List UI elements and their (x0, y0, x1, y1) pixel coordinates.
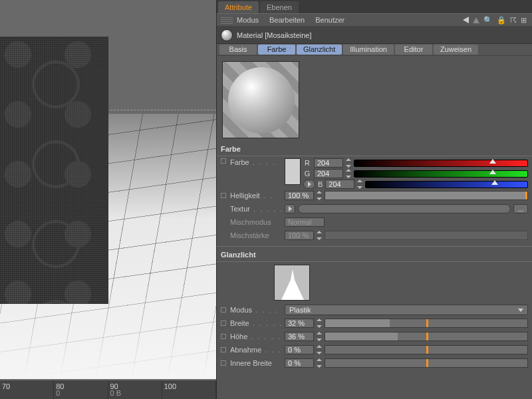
drag-handle-icon[interactable] (221, 16, 233, 24)
label-g: G (303, 170, 311, 178)
ctab-farbe[interactable]: Farbe (258, 45, 295, 55)
material-name[interactable]: Material [Mosaiksteine] (237, 31, 312, 39)
stepper-hoehe[interactable] (317, 332, 322, 341)
nav-up-icon[interactable] (473, 17, 479, 23)
value-mischmodus: Normal (285, 217, 325, 227)
input-abnahme[interactable]: 0 % (285, 345, 314, 354)
material-preview[interactable] (222, 61, 299, 138)
menu-bearbeiten[interactable]: Bearbeiten (269, 16, 305, 24)
stepper-helligkeit[interactable] (317, 191, 322, 200)
color-link-icon[interactable] (303, 180, 315, 189)
viewport-3d[interactable]: 70 800 900 B 100 (0, 0, 216, 399)
anim-dot[interactable] (221, 193, 226, 198)
history-back-icon[interactable] (463, 17, 469, 23)
label-hoehe: Höhe . . . . . . (230, 332, 282, 340)
tab-ebenen[interactable]: Ebenen (260, 1, 299, 13)
anim-dot[interactable] (221, 360, 226, 366)
anim-dot[interactable] (221, 347, 226, 352)
slider-r[interactable] (354, 160, 528, 167)
ruler-sub: 0 (56, 389, 60, 397)
texture-field[interactable] (298, 204, 511, 213)
input-hoehe[interactable]: 36 % (285, 332, 314, 341)
menu-benutzer[interactable]: Benutzer (315, 16, 344, 24)
label-modus: Modus . . . . (230, 306, 282, 314)
stepper-abnahme[interactable] (317, 345, 322, 354)
stepper-b[interactable] (357, 180, 362, 189)
color-swatch[interactable] (285, 158, 301, 185)
ctab-zuweisen[interactable]: Zuweisen (434, 45, 478, 55)
label-b: B (318, 180, 323, 188)
chevron-down-icon (518, 309, 523, 312)
select-modus[interactable]: Plastik (285, 305, 528, 315)
slider-hoehe[interactable] (325, 332, 528, 341)
stepper-mischstaerke (317, 231, 322, 240)
texture-picker-icon[interactable] (285, 204, 295, 213)
anim-dot[interactable] (221, 307, 226, 313)
section-farbe-title: Farbe (217, 144, 532, 156)
search-icon[interactable]: 🔍 (483, 16, 493, 25)
panel-tabs: Attribute Ebenen (217, 0, 532, 13)
attribute-panel: Attribute Ebenen Modus Bearbeiten Benutz… (216, 0, 532, 399)
texture-browse-button[interactable]: ... (513, 204, 528, 213)
label-mischstaerke: Mischstärke (230, 231, 282, 239)
stepper-innere-breite[interactable] (317, 358, 322, 368)
label-helligkeit: Helligkeit . . (230, 192, 282, 200)
stepper-g[interactable] (346, 169, 351, 178)
lock-icon[interactable]: 🔒 (497, 16, 506, 25)
slider-g[interactable] (354, 170, 528, 178)
material-header: Material [Mosaiksteine] (217, 27, 532, 44)
timeline-ruler[interactable]: 70 800 900 B 100 (0, 380, 216, 399)
anim-dot[interactable] (221, 334, 226, 339)
input-mischstaerke: 100 % (285, 231, 314, 240)
input-r[interactable]: 204 (314, 158, 343, 168)
panel-toolbar: Modus Bearbeiten Benutzer 🔍 🔒 ☈ ⊞ (217, 13, 532, 27)
ctab-basis[interactable]: Basis (219, 45, 257, 55)
input-b[interactable]: 204 (325, 180, 354, 189)
viewport-object[interactable] (0, 37, 108, 304)
label-innere-breite: Innere Breite (230, 359, 282, 367)
channel-tabs: Basis Farbe Glanzlicht Illumination Edit… (217, 44, 532, 56)
label-mischmodus: Mischmodus (230, 218, 282, 226)
anim-dot[interactable] (221, 321, 226, 326)
material-ball-icon[interactable] (221, 29, 233, 41)
specular-curve-preview[interactable] (274, 265, 310, 301)
slider-breite[interactable] (325, 319, 528, 328)
input-innere-breite[interactable]: 0 % (285, 358, 314, 368)
select-modus-value: Plastik (289, 306, 311, 314)
slider-helligkeit[interactable] (325, 191, 528, 200)
specular-curve-icon (275, 264, 311, 300)
material-preview-ball (228, 67, 295, 134)
menu-modus[interactable]: Modus (237, 16, 259, 24)
label-textur: Textur . . . . . (230, 205, 282, 213)
tab-attribute[interactable]: Attribute (218, 1, 259, 13)
material-preview-row (217, 56, 532, 144)
label-farbe: Farbe . . . . (230, 158, 282, 166)
ctab-glanzlicht[interactable]: Glanzlicht (297, 45, 342, 55)
new-icon[interactable]: ☈ (510, 16, 517, 25)
section-glanzlicht-title: Glanzlicht (217, 246, 532, 262)
stepper-r[interactable] (346, 158, 351, 168)
anim-dot[interactable] (221, 158, 226, 164)
ruler-tick: 70 (2, 382, 10, 390)
ruler-sub: 0 B (110, 389, 122, 397)
slider-mischstaerke (325, 231, 528, 240)
label-abnahme: Abnahme . . . (230, 346, 282, 354)
label-breite: Breite . . . . . (230, 319, 282, 327)
label-r: R (303, 159, 311, 167)
ctab-illumination[interactable]: Illumination (343, 45, 394, 55)
slider-innere-breite[interactable] (325, 358, 528, 368)
add-icon[interactable]: ⊞ (521, 16, 527, 25)
input-g[interactable]: 204 (314, 169, 343, 178)
slider-abnahme[interactable] (325, 345, 528, 354)
input-helligkeit[interactable]: 100 % (285, 191, 314, 200)
ruler-tick: 100 (164, 382, 176, 390)
slider-b[interactable] (365, 181, 528, 188)
stepper-breite[interactable] (317, 319, 322, 328)
ctab-editor[interactable]: Editor (395, 45, 432, 55)
input-breite[interactable]: 32 % (285, 319, 314, 328)
